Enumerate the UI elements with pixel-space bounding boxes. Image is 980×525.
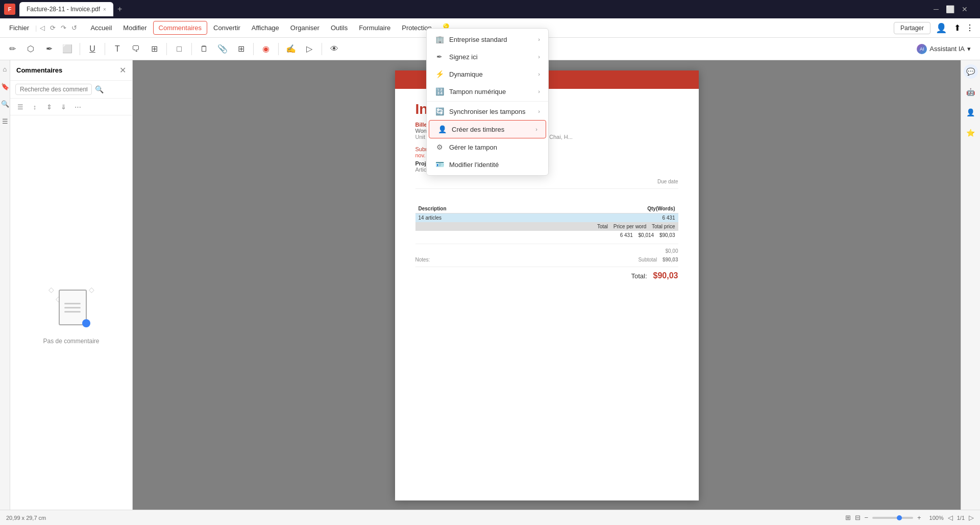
color-tool[interactable]: ◉: [258, 41, 274, 57]
dynamique-label: Dynamique: [449, 70, 483, 78]
dynamic-icon: ⚡: [435, 69, 444, 79]
dropdown-item-creer[interactable]: 👤 Créer des timbres ›: [429, 120, 546, 138]
subtotal-value: $90,03: [663, 257, 678, 262]
menu-convertir[interactable]: Convertir: [208, 21, 246, 34]
ai-assistant-button[interactable]: AI Assistant IA ▾: [912, 42, 976, 56]
stamp-tool[interactable]: ⬡: [22, 41, 39, 57]
fit-page-icon[interactable]: ⊞: [845, 514, 851, 521]
comments-close-btn[interactable]: ✕: [119, 65, 126, 75]
app-icon: F: [4, 4, 15, 15]
right-star-icon[interactable]: ⭐: [964, 126, 978, 140]
restore-icon[interactable]: ⬜: [946, 5, 954, 13]
callout-tool[interactable]: 🗨: [128, 41, 144, 57]
dropdown-separator1: [427, 101, 548, 102]
redact-tool[interactable]: 👁: [326, 41, 342, 57]
page-nav-next[interactable]: ▷: [969, 514, 974, 521]
zoom-out-icon[interactable]: −: [865, 514, 869, 521]
page-nav-prev[interactable]: ◁: [948, 514, 953, 521]
more-options-icon[interactable]: ⋮: [966, 23, 974, 33]
divider3: [415, 267, 678, 267]
sidebar-bookmark-icon[interactable]: 🔖: [1, 82, 10, 91]
menu-affichage[interactable]: Affichage: [247, 21, 284, 34]
tab-close-btn[interactable]: ×: [103, 7, 106, 12]
attachment-tool[interactable]: 📎: [214, 41, 231, 57]
dropdown-item-dynamique[interactable]: ⚡ Dynamique ›: [427, 65, 548, 83]
text-tool[interactable]: T: [109, 41, 126, 57]
dropdown-item-entreprise[interactable]: 🏢 Entreprise standard ›: [427, 31, 548, 48]
toolbar-back[interactable]: ◁: [38, 24, 47, 32]
minimize-icon[interactable]: ─: [934, 5, 939, 13]
menu-modifier[interactable]: Modifier: [118, 21, 152, 34]
color-icon: ◉: [262, 44, 270, 54]
sidebar-search-icon[interactable]: 🔍: [1, 99, 10, 108]
sort-icon[interactable]: ☰: [14, 101, 27, 113]
menu-organiser[interactable]: Organiser: [285, 21, 325, 34]
dropdown-item-signez[interactable]: ✒ Signez ici ›: [427, 48, 548, 65]
shapes-tool[interactable]: □: [171, 41, 187, 57]
textbox-tool[interactable]: ⊞: [146, 41, 162, 57]
right-user-icon[interactable]: 👤: [964, 105, 978, 120]
dropdown-item-gerer[interactable]: ⚙ Gérer le tampon: [427, 138, 548, 156]
new-tab-button[interactable]: +: [113, 5, 126, 14]
menu-accueil[interactable]: Accueil: [85, 21, 117, 34]
menu-outils[interactable]: Outils: [326, 21, 353, 34]
diamond-tl-icon: ◇: [48, 285, 54, 294]
right-comments-icon[interactable]: 💬: [964, 64, 978, 79]
menu-fichier[interactable]: Fichier: [4, 21, 34, 34]
toolbar-redo[interactable]: ↺: [69, 24, 79, 32]
text-icon: T: [115, 44, 120, 54]
signature-tool[interactable]: ✍: [283, 41, 299, 57]
more-tool[interactable]: ⊞: [233, 41, 249, 57]
dropdown-item-sync[interactable]: 🔄 Synchroniser les tampons ›: [427, 103, 548, 120]
invoice-table: Description Qty(Words) 14 articles 6 431: [415, 204, 678, 240]
sidebar-home-icon[interactable]: ⌂: [1, 64, 10, 74]
total-final-value: $90,03: [653, 271, 678, 280]
doc-line2: [64, 307, 81, 308]
toolbar-forward[interactable]: ⟳: [48, 24, 58, 32]
dropdown-item-modifier-id[interactable]: 🪪 Modifier l'identité: [427, 156, 548, 173]
sticky-note-icon: 🗒: [200, 44, 208, 54]
highlight-tool[interactable]: ✏: [4, 41, 20, 57]
eraser-tool[interactable]: ⬜: [59, 41, 76, 57]
expand-icon[interactable]: ⇕: [43, 101, 55, 113]
menu-divider-file: |: [35, 24, 37, 32]
total-amount-cell: $90,03: [659, 232, 675, 238]
stamp-num-icon: 🔢: [435, 87, 444, 96]
zoom-in-icon[interactable]: +: [917, 514, 921, 521]
page-number: 1/1: [957, 515, 965, 521]
close-icon[interactable]: ✕: [962, 5, 968, 13]
sidebar-layers-icon[interactable]: ☰: [1, 116, 10, 126]
toolbar-refresh[interactable]: ↷: [59, 24, 68, 32]
fit-width-icon[interactable]: ⊟: [855, 514, 861, 521]
partager-button[interactable]: Partager: [894, 22, 930, 34]
search-icon[interactable]: 🔍: [95, 85, 104, 93]
pen-tool[interactable]: ✒: [41, 41, 57, 57]
menu-formulaire[interactable]: Formulaire: [354, 21, 396, 34]
right-robot-icon[interactable]: 🤖: [964, 85, 978, 99]
sync-icon: 🔄: [435, 107, 444, 116]
id-icon: 🪪: [435, 160, 444, 169]
zero-row: $0,00: [415, 248, 678, 254]
collapse-icon[interactable]: ⇓: [57, 101, 69, 113]
menu-commentaires[interactable]: Commentaires: [153, 21, 208, 35]
arrow-icon-2: ›: [538, 71, 540, 77]
gear-manage-icon: ⚙: [435, 142, 444, 152]
upload-icon[interactable]: ⬆: [954, 23, 961, 33]
filter-icon[interactable]: ↕: [29, 101, 41, 113]
active-tab[interactable]: Facture-28-11 - Invoice.pdf ×: [19, 2, 113, 16]
attachment-icon: 📎: [217, 44, 228, 54]
tampon-numerique-label: Tampon numérique: [449, 88, 506, 96]
comments-search-input[interactable]: [15, 84, 92, 95]
more-comment-icon[interactable]: ⋯: [71, 101, 84, 113]
sticky-note-tool[interactable]: 🗒: [196, 41, 212, 57]
arrow-icon-1: ›: [538, 54, 540, 60]
underline-tool[interactable]: U: [84, 41, 101, 57]
signhere-tool[interactable]: ▷: [301, 41, 317, 57]
sep4: [191, 43, 192, 55]
tab-bar: Facture-28-11 - Invoice.pdf × +: [19, 2, 925, 16]
zoom-slider[interactable]: [872, 517, 913, 519]
dropdown-item-tampon-num[interactable]: 🔢 Tampon numérique ›: [427, 83, 548, 100]
right-sidebar: 💬 🤖 👤 ⭐: [961, 60, 980, 510]
profile-icon[interactable]: 👤: [936, 22, 947, 34]
total-price-header: Total price: [652, 224, 675, 229]
